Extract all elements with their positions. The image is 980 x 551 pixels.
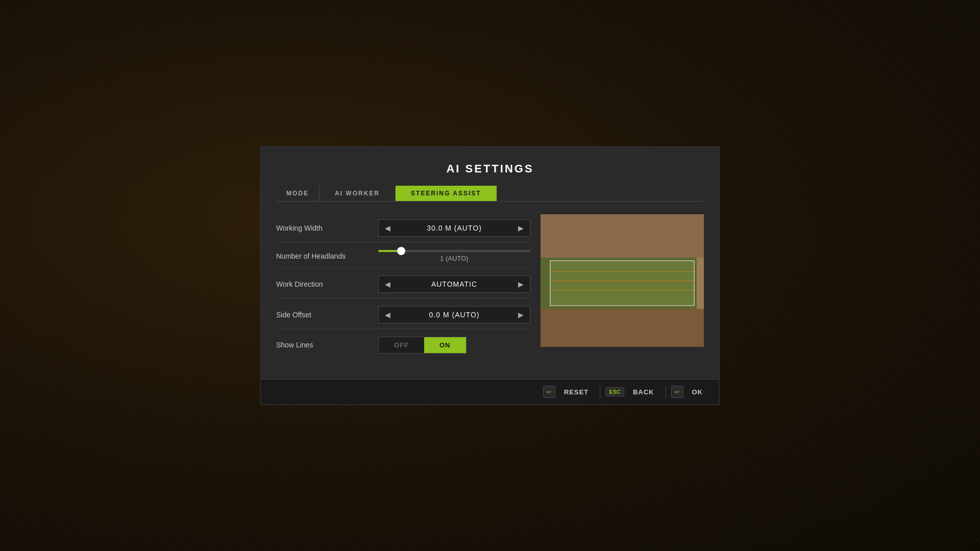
show-lines-on-btn[interactable]: ON <box>424 337 466 353</box>
work-direction-right-arrow[interactable]: ▶ <box>512 276 530 292</box>
show-lines-row: Show Lines OFF ON <box>276 332 530 359</box>
reset-icon: ↩ <box>543 386 555 398</box>
field-inner-box <box>550 260 695 306</box>
reset-button[interactable]: RESET <box>558 385 595 399</box>
working-width-control: ◀ 30.0 M (AUTO) ▶ <box>378 219 530 237</box>
field-bottom-area <box>541 309 704 347</box>
esc-key: ESC <box>605 387 624 396</box>
headlands-slider-value: 1 (AUTO) <box>378 255 530 262</box>
ok-button[interactable]: OK <box>686 385 709 399</box>
back-button[interactable]: BACK <box>627 385 660 399</box>
side-offset-row: Side Offset ◀ 0.0 M (AUTO) ▶ <box>276 301 530 329</box>
working-width-arrow-control: ◀ 30.0 M (AUTO) ▶ <box>378 219 530 237</box>
headlands-label: Number of Headlands <box>276 252 378 260</box>
tab-ai-worker[interactable]: AI WORKER <box>320 186 395 201</box>
work-direction-value: AUTOMATIC <box>397 280 512 288</box>
field-top-area <box>541 214 704 258</box>
back-label: BACK <box>633 388 654 396</box>
side-offset-value: 0.0 M (AUTO) <box>397 311 512 319</box>
field-right-strip <box>697 258 704 309</box>
work-direction-control: ◀ AUTOMATIC ▶ <box>378 276 530 293</box>
side-offset-label: Side Offset <box>276 311 378 319</box>
headlands-slider-track[interactable] <box>378 250 530 252</box>
headlands-control: 1 (AUTO) <box>378 250 530 262</box>
headlands-row: Number of Headlands 1 (AUTO) <box>276 245 530 268</box>
dialog-title: AI SETTINGS <box>276 162 704 176</box>
work-direction-row: Work Direction ◀ AUTOMATIC ▶ <box>276 270 530 298</box>
work-direction-arrow-control: ◀ AUTOMATIC ▶ <box>378 276 530 293</box>
field-line-2 <box>551 281 694 281</box>
headlands-slider-container: 1 (AUTO) <box>378 250 530 262</box>
footer-bar: ↩ RESET ESC BACK ↩ OK <box>261 379 719 405</box>
working-width-value: 30.0 M (AUTO) <box>397 224 512 232</box>
field-line-1 <box>551 271 694 272</box>
reset-label: RESET <box>564 388 589 396</box>
work-direction-left-arrow[interactable]: ◀ <box>379 276 397 292</box>
side-offset-control: ◀ 0.0 M (AUTO) ▶ <box>378 306 530 323</box>
working-width-left-arrow[interactable]: ◀ <box>379 220 397 236</box>
working-width-row: Working Width ◀ 30.0 M (AUTO) ▶ <box>276 214 530 242</box>
mode-tab-label: MODE <box>276 186 319 201</box>
tab-bar: MODE AI WORKER STEERING ASSIST <box>276 186 704 202</box>
ok-label: OK <box>692 388 703 396</box>
field-line-3 <box>551 290 694 290</box>
dialog-body: AI SETTINGS MODE AI WORKER STEERING ASSI… <box>261 147 719 379</box>
ok-icon: ↩ <box>671 386 683 398</box>
side-offset-right-arrow[interactable]: ▶ <box>512 307 530 323</box>
show-lines-toggle: OFF ON <box>378 337 467 354</box>
show-lines-off-btn[interactable]: OFF <box>379 337 424 353</box>
work-direction-label: Work Direction <box>276 280 378 288</box>
tab-steering-assist[interactable]: STEERING ASSIST <box>396 186 497 201</box>
footer-divider-1 <box>600 386 600 398</box>
side-offset-arrow-control: ◀ 0.0 M (AUTO) ▶ <box>378 306 530 323</box>
field-preview <box>541 214 704 347</box>
show-lines-control: OFF ON <box>378 337 530 354</box>
field-preview-panel <box>541 214 704 359</box>
content-area: Working Width ◀ 30.0 M (AUTO) ▶ Number o… <box>276 214 704 359</box>
side-offset-left-arrow[interactable]: ◀ <box>379 307 397 323</box>
show-lines-label: Show Lines <box>276 341 378 349</box>
working-width-label: Working Width <box>276 224 378 232</box>
working-width-right-arrow[interactable]: ▶ <box>512 220 530 236</box>
settings-panel: Working Width ◀ 30.0 M (AUTO) ▶ Number o… <box>276 214 530 359</box>
ai-settings-dialog: AI SETTINGS MODE AI WORKER STEERING ASSI… <box>260 146 720 405</box>
footer-divider-2 <box>666 386 666 398</box>
headlands-slider-thumb[interactable] <box>397 247 405 255</box>
